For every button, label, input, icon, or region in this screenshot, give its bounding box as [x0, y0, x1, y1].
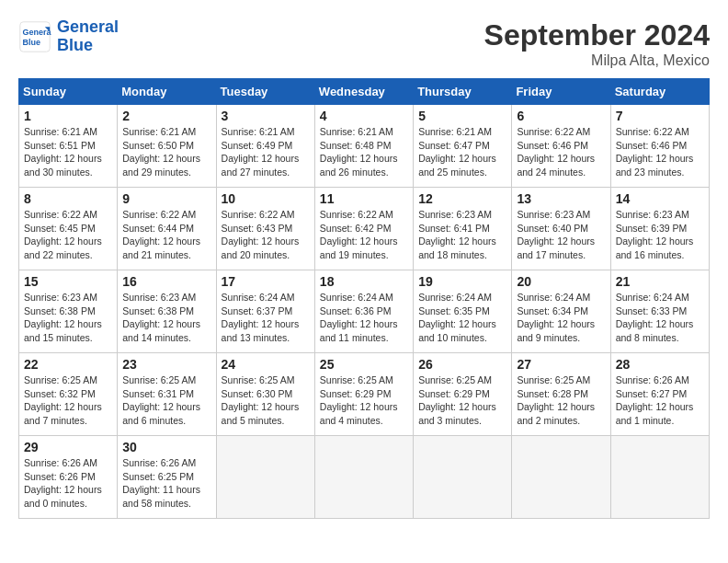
- day-info: Sunrise: 6:22 AM Sunset: 6:45 PM Dayligh…: [24, 208, 112, 262]
- logo-icon: General Blue: [18, 20, 51, 53]
- day-number: 8: [24, 191, 112, 206]
- calendar-week-5: 29Sunrise: 6:26 AM Sunset: 6:26 PM Dayli…: [19, 436, 710, 519]
- day-number: 20: [517, 274, 605, 289]
- day-info: Sunrise: 6:23 AM Sunset: 6:38 PM Dayligh…: [24, 291, 112, 345]
- day-number: 1: [24, 109, 112, 123]
- calendar-cell: [610, 436, 709, 519]
- calendar-cell: 3Sunrise: 6:21 AM Sunset: 6:49 PM Daylig…: [216, 105, 314, 188]
- calendar-cell: 27Sunrise: 6:25 AM Sunset: 6:28 PM Dayli…: [512, 353, 610, 436]
- calendar-cell: 30Sunrise: 6:26 AM Sunset: 6:25 PM Dayli…: [118, 436, 216, 519]
- day-number: 9: [122, 191, 210, 206]
- calendar-cell: 16Sunrise: 6:23 AM Sunset: 6:38 PM Dayli…: [118, 270, 216, 353]
- day-info: Sunrise: 6:25 AM Sunset: 6:29 PM Dayligh…: [320, 373, 408, 428]
- calendar-cell: 17Sunrise: 6:24 AM Sunset: 6:37 PM Dayli…: [216, 270, 314, 353]
- calendar-cell: 15Sunrise: 6:23 AM Sunset: 6:38 PM Dayli…: [19, 270, 118, 353]
- calendar-cell: 28Sunrise: 6:26 AM Sunset: 6:27 PM Dayli…: [610, 353, 709, 436]
- day-number: 26: [418, 357, 506, 372]
- calendar-cell: 19Sunrise: 6:24 AM Sunset: 6:35 PM Dayli…: [414, 270, 512, 353]
- calendar-cell: 2Sunrise: 6:21 AM Sunset: 6:50 PM Daylig…: [118, 105, 216, 188]
- day-info: Sunrise: 6:22 AM Sunset: 6:44 PM Dayligh…: [122, 208, 210, 262]
- day-number: 5: [418, 109, 506, 123]
- day-info: Sunrise: 6:24 AM Sunset: 6:36 PM Dayligh…: [320, 291, 408, 345]
- calendar-cell: 20Sunrise: 6:24 AM Sunset: 6:34 PM Dayli…: [512, 270, 610, 353]
- day-number: 19: [418, 274, 506, 289]
- calendar-cell: [414, 436, 512, 519]
- day-info: Sunrise: 6:24 AM Sunset: 6:33 PM Dayligh…: [616, 291, 704, 345]
- calendar-header-saturday: Saturday: [610, 79, 709, 105]
- calendar-cell: 8Sunrise: 6:22 AM Sunset: 6:45 PM Daylig…: [19, 188, 118, 270]
- calendar-cell: 9Sunrise: 6:22 AM Sunset: 6:44 PM Daylig…: [118, 188, 216, 270]
- calendar-week-2: 8Sunrise: 6:22 AM Sunset: 6:45 PM Daylig…: [19, 188, 710, 270]
- calendar-cell: 26Sunrise: 6:25 AM Sunset: 6:29 PM Dayli…: [414, 353, 512, 436]
- day-info: Sunrise: 6:24 AM Sunset: 6:34 PM Dayligh…: [517, 291, 605, 345]
- day-number: 29: [24, 440, 112, 454]
- calendar-cell: 21Sunrise: 6:24 AM Sunset: 6:33 PM Dayli…: [610, 270, 709, 353]
- day-info: Sunrise: 6:23 AM Sunset: 6:38 PM Dayligh…: [122, 291, 210, 345]
- calendar-table: SundayMondayTuesdayWednesdayThursdayFrid…: [18, 78, 710, 519]
- day-info: Sunrise: 6:22 AM Sunset: 6:43 PM Dayligh…: [222, 208, 310, 262]
- calendar-cell: 4Sunrise: 6:21 AM Sunset: 6:48 PM Daylig…: [314, 105, 413, 188]
- day-info: Sunrise: 6:21 AM Sunset: 6:51 PM Dayligh…: [24, 125, 112, 179]
- calendar-cell: 11Sunrise: 6:22 AM Sunset: 6:42 PM Dayli…: [314, 188, 413, 270]
- calendar-cell: 23Sunrise: 6:25 AM Sunset: 6:31 PM Dayli…: [118, 353, 216, 436]
- day-info: Sunrise: 6:22 AM Sunset: 6:46 PM Dayligh…: [616, 125, 704, 179]
- day-info: Sunrise: 6:22 AM Sunset: 6:42 PM Dayligh…: [320, 208, 408, 262]
- day-number: 3: [222, 109, 310, 123]
- day-info: Sunrise: 6:21 AM Sunset: 6:49 PM Dayligh…: [222, 125, 310, 179]
- day-info: Sunrise: 6:21 AM Sunset: 6:50 PM Dayligh…: [122, 125, 210, 179]
- calendar-header-tuesday: Tuesday: [216, 79, 314, 105]
- day-number: 21: [616, 274, 704, 289]
- calendar-cell: 6Sunrise: 6:22 AM Sunset: 6:46 PM Daylig…: [512, 105, 610, 188]
- day-number: 23: [122, 357, 210, 372]
- day-number: 16: [122, 274, 210, 289]
- day-number: 28: [616, 357, 704, 372]
- day-info: Sunrise: 6:23 AM Sunset: 6:40 PM Dayligh…: [517, 208, 605, 262]
- day-number: 22: [24, 357, 112, 372]
- calendar-cell: 22Sunrise: 6:25 AM Sunset: 6:32 PM Dayli…: [19, 353, 118, 436]
- day-number: 17: [222, 274, 310, 289]
- calendar-cell: 29Sunrise: 6:26 AM Sunset: 6:26 PM Dayli…: [19, 436, 118, 519]
- calendar-week-1: 1Sunrise: 6:21 AM Sunset: 6:51 PM Daylig…: [19, 105, 710, 188]
- day-number: 27: [517, 357, 605, 372]
- calendar-header-thursday: Thursday: [414, 79, 512, 105]
- day-number: 30: [122, 440, 210, 454]
- title-area: September 2024 Milpa Alta, Mexico: [484, 18, 710, 69]
- location-title: Milpa Alta, Mexico: [484, 52, 710, 69]
- day-number: 14: [616, 191, 704, 206]
- calendar-header-friday: Friday: [512, 79, 610, 105]
- logo: General Blue GeneralBlue: [18, 18, 119, 55]
- day-number: 11: [320, 191, 408, 206]
- calendar-cell: 1Sunrise: 6:21 AM Sunset: 6:51 PM Daylig…: [19, 105, 118, 188]
- day-number: 18: [320, 274, 408, 289]
- calendar-cell: [314, 436, 413, 519]
- calendar-body: 1Sunrise: 6:21 AM Sunset: 6:51 PM Daylig…: [19, 105, 710, 519]
- calendar-cell: 7Sunrise: 6:22 AM Sunset: 6:46 PM Daylig…: [610, 105, 709, 188]
- day-info: Sunrise: 6:25 AM Sunset: 6:30 PM Dayligh…: [222, 373, 310, 428]
- day-number: 25: [320, 357, 408, 372]
- day-number: 12: [418, 191, 506, 206]
- calendar-cell: 25Sunrise: 6:25 AM Sunset: 6:29 PM Dayli…: [314, 353, 413, 436]
- calendar-header-row: SundayMondayTuesdayWednesdayThursdayFrid…: [19, 79, 710, 105]
- svg-text:General: General: [23, 28, 52, 37]
- calendar-week-4: 22Sunrise: 6:25 AM Sunset: 6:32 PM Dayli…: [19, 353, 710, 436]
- calendar-header-monday: Monday: [118, 79, 216, 105]
- day-info: Sunrise: 6:24 AM Sunset: 6:35 PM Dayligh…: [418, 291, 506, 345]
- calendar-cell: 12Sunrise: 6:23 AM Sunset: 6:41 PM Dayli…: [414, 188, 512, 270]
- day-info: Sunrise: 6:25 AM Sunset: 6:31 PM Dayligh…: [122, 373, 210, 428]
- calendar-header-wednesday: Wednesday: [314, 79, 413, 105]
- day-number: 6: [517, 109, 605, 123]
- day-info: Sunrise: 6:23 AM Sunset: 6:41 PM Dayligh…: [418, 208, 506, 262]
- day-info: Sunrise: 6:26 AM Sunset: 6:27 PM Dayligh…: [616, 373, 704, 428]
- logo-text: GeneralBlue: [57, 18, 119, 55]
- calendar-cell: 14Sunrise: 6:23 AM Sunset: 6:39 PM Dayli…: [610, 188, 709, 270]
- day-info: Sunrise: 6:21 AM Sunset: 6:48 PM Dayligh…: [320, 125, 408, 179]
- day-info: Sunrise: 6:26 AM Sunset: 6:25 PM Dayligh…: [122, 456, 210, 511]
- day-info: Sunrise: 6:21 AM Sunset: 6:47 PM Dayligh…: [418, 125, 506, 179]
- day-info: Sunrise: 6:22 AM Sunset: 6:46 PM Dayligh…: [517, 125, 605, 179]
- calendar-cell: [512, 436, 610, 519]
- calendar-cell: 13Sunrise: 6:23 AM Sunset: 6:40 PM Dayli…: [512, 188, 610, 270]
- day-info: Sunrise: 6:23 AM Sunset: 6:39 PM Dayligh…: [616, 208, 704, 262]
- day-info: Sunrise: 6:24 AM Sunset: 6:37 PM Dayligh…: [222, 291, 310, 345]
- day-info: Sunrise: 6:25 AM Sunset: 6:29 PM Dayligh…: [418, 373, 506, 428]
- day-number: 15: [24, 274, 112, 289]
